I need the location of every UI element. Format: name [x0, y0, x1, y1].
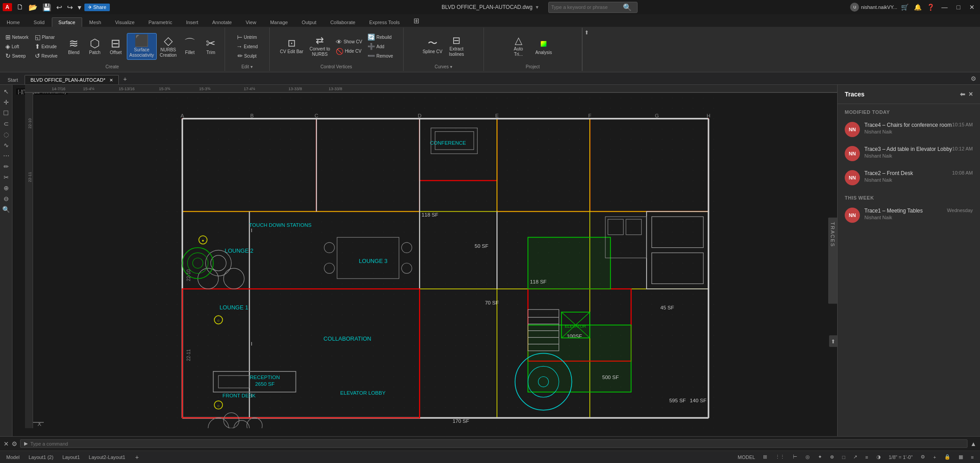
- lt-icon-3[interactable]: ☐: [2, 108, 10, 118]
- tab-collaborate[interactable]: Collaborate: [324, 17, 362, 27]
- patch-button[interactable]: ⬡ Patch: [85, 36, 105, 57]
- lt-icon-11[interactable]: ⊖: [2, 194, 10, 204]
- layout1-tab[interactable]: Layout1: [60, 454, 83, 461]
- trace-item-1[interactable]: NN Trace1 – Meeting Tables Wednesday Nis…: [838, 203, 980, 227]
- cmd-input[interactable]: [30, 441, 963, 446]
- analysis-button[interactable]: ■ Analysis: [530, 36, 557, 57]
- ortho-button[interactable]: ⊢: [790, 453, 800, 461]
- tab-annotate[interactable]: Annotate: [205, 17, 238, 27]
- scale-label[interactable]: 1/8" = 1'-0": [886, 454, 916, 461]
- traces-close-button[interactable]: ×: [969, 90, 973, 98]
- otrack-button[interactable]: ⊕: [827, 453, 837, 461]
- trim-button[interactable]: ✂ Trim: [201, 36, 221, 57]
- workspace-settings-icon[interactable]: ⚙: [967, 73, 980, 84]
- transparency-button[interactable]: ◑: [874, 453, 884, 461]
- bell-icon[interactable]: 🔔: [912, 3, 923, 12]
- redo-icon[interactable]: ↪: [65, 2, 75, 13]
- open-icon[interactable]: 📂: [27, 2, 39, 13]
- tab-solid[interactable]: Solid: [27, 17, 51, 27]
- ucs-button[interactable]: □: [839, 454, 848, 461]
- lt-icon-1[interactable]: ↖: [2, 87, 10, 96]
- model-tab[interactable]: Model: [4, 454, 22, 461]
- cmd-close-button[interactable]: ✕: [4, 440, 9, 447]
- tab-blvd[interactable]: BLVD OFFICE_PLAN-AUTOCAD* ✕: [25, 75, 119, 84]
- workspace-button[interactable]: ▦: [956, 453, 966, 461]
- lt-icon-7[interactable]: ⋯: [2, 151, 11, 161]
- maximize-button[interactable]: □: [953, 3, 964, 12]
- nurbs-creation-button[interactable]: ◇ NURBSCreation: [158, 33, 179, 59]
- network-button[interactable]: ⊞ Network: [4, 33, 30, 42]
- model-space-label[interactable]: MODEL: [735, 454, 758, 461]
- expand-panel-button[interactable]: ⬆: [829, 335, 837, 347]
- lwt-button[interactable]: ≡: [863, 454, 871, 461]
- osnap-button[interactable]: ✦: [815, 453, 825, 461]
- help-icon[interactable]: ❓: [925, 3, 936, 12]
- tab-more[interactable]: ⊞: [407, 14, 426, 27]
- traces-collapse-icon[interactable]: ⬅: [960, 91, 965, 98]
- tab-parametric[interactable]: Parametric: [142, 17, 179, 27]
- sculpt-button[interactable]: ✏ Sculpt: [236, 51, 259, 60]
- tab-close-icon[interactable]: ✕: [109, 78, 113, 83]
- layout1-2-tab[interactable]: Layout1 (2): [26, 454, 56, 461]
- tab-manage[interactable]: Manage: [263, 17, 295, 27]
- status-more-button[interactable]: ≡: [968, 454, 976, 461]
- ribbon-collapse-button[interactable]: ⬆: [584, 29, 589, 36]
- cmd-scroll-button[interactable]: ▲: [970, 440, 976, 447]
- add-button[interactable]: ➕ Add: [366, 42, 395, 51]
- close-button[interactable]: ✕: [966, 3, 978, 12]
- lock-ui-button[interactable]: 🔒: [942, 453, 953, 461]
- trace-item-3[interactable]: NN Trace3 – Add table in Elevator Lobby …: [838, 142, 980, 166]
- snap-settings-button[interactable]: ⋮⋮: [772, 453, 788, 461]
- cv-edit-bar-button[interactable]: ⊡ CV Edit Bar: [278, 37, 305, 56]
- tab-output[interactable]: Output: [295, 17, 323, 27]
- lt-icon-6[interactable]: ∿: [2, 140, 10, 150]
- dyn-button[interactable]: ↗: [851, 453, 860, 461]
- offset-button[interactable]: ⊟ Offset: [106, 36, 126, 57]
- undo-icon[interactable]: ↩: [54, 2, 64, 13]
- sweep-button[interactable]: ↻ Sweep: [4, 51, 30, 60]
- tab-express-tools[interactable]: Express Tools: [363, 17, 406, 27]
- spline-cv-button[interactable]: 〜 Spline CV: [420, 37, 444, 56]
- lt-icon-2[interactable]: ✛: [2, 97, 10, 107]
- trace-item-2[interactable]: NN Trace2 – Front Desk 10:08 AM Nishant …: [838, 166, 980, 190]
- lt-icon-8[interactable]: ✏: [2, 162, 10, 171]
- trace-item-4[interactable]: NN Trace4 – Chairs for conference room 1…: [838, 117, 980, 142]
- revolve-button[interactable]: ↺ Revolve: [33, 51, 59, 60]
- tab-insert[interactable]: Insert: [179, 17, 205, 27]
- convert-to-nurbs-button[interactable]: ⇄ Convert toNURBS: [307, 34, 332, 58]
- traces-vertical-tab[interactable]: TRACES: [828, 217, 837, 304]
- canvas-area[interactable]: [-][Top][2D Wireframe] Y X 14-7/16 15-4¼…: [13, 85, 837, 436]
- more-icon[interactable]: ▾: [76, 2, 83, 13]
- layout2-tab[interactable]: Layout2-Layout1: [86, 454, 128, 461]
- new-tab-button[interactable]: +: [120, 74, 130, 84]
- grid-display-button[interactable]: ⊞: [760, 453, 770, 461]
- settings-button[interactable]: ⚙: [918, 453, 928, 461]
- fillet-button[interactable]: ⌒ Fillet: [180, 36, 200, 57]
- share-icon[interactable]: ✈ Share: [84, 4, 110, 11]
- add-layout-button[interactable]: +: [132, 452, 142, 463]
- planar-button[interactable]: ◱ Planar: [33, 33, 59, 42]
- minimize-button[interactable]: —: [938, 3, 951, 12]
- lt-icon-12[interactable]: 🔍: [1, 204, 11, 214]
- tab-visualize[interactable]: Visualize: [108, 17, 142, 27]
- save-icon[interactable]: 💾: [41, 2, 53, 13]
- cart-icon[interactable]: 🛒: [899, 3, 910, 12]
- surface-associativity-button[interactable]: ⬛ SurfaceAssociativity: [127, 33, 157, 60]
- cmd-settings-button[interactable]: ⚙: [12, 440, 17, 447]
- search-icon[interactable]: 🔍: [623, 3, 632, 12]
- extract-isolines-button[interactable]: ⊟ ExtractIsolines: [446, 34, 467, 58]
- plus-status-button[interactable]: +: [930, 454, 938, 461]
- lt-icon-5[interactable]: ◌: [2, 129, 10, 139]
- auto-tri-button[interactable]: △ AutoTri...: [509, 34, 529, 58]
- dropdown-arrow[interactable]: ▾: [536, 4, 538, 10]
- lt-icon-10[interactable]: ⊕: [2, 183, 10, 193]
- tab-home[interactable]: Home: [0, 17, 26, 27]
- loft-button[interactable]: ◈ Loft: [4, 42, 30, 51]
- polar-button[interactable]: ◎: [803, 453, 813, 461]
- remove-button[interactable]: ➖ Remove: [366, 51, 395, 60]
- tab-surface[interactable]: Surface: [52, 17, 82, 27]
- new-icon[interactable]: 🗋: [15, 2, 25, 12]
- untrim-button[interactable]: ⊢ Untrim: [235, 33, 259, 42]
- tab-view[interactable]: View: [239, 17, 263, 27]
- tab-start[interactable]: Start: [2, 75, 24, 84]
